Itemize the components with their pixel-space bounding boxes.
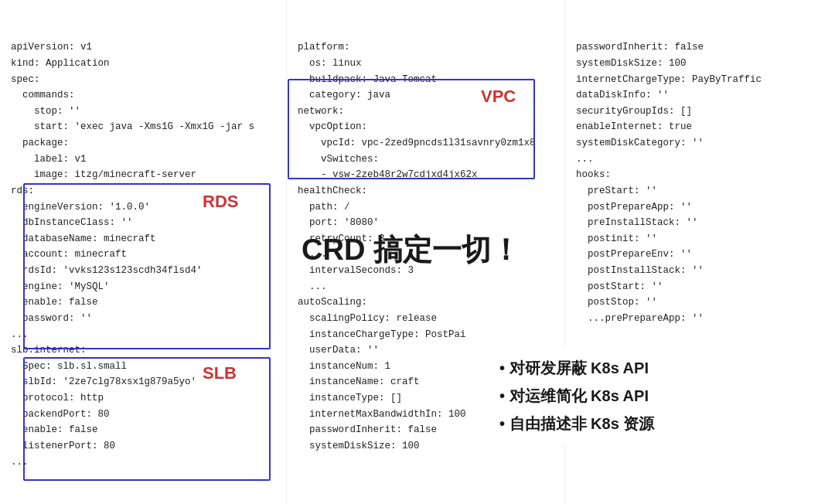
rds-label: RDS [203,192,238,212]
code-panel: apiVersion: v1 kind: Application spec: c… [0,0,835,504]
bullet-box: 对研发屏蔽 K8s API对运维简化 K8s API自由描述非 K8s 资源 [486,346,668,445]
bullet-item: 对运维简化 K8s API [499,382,654,410]
bullet-item: 对研发屏蔽 K8s API [499,354,654,382]
headline: CRD 搞定一切！ [302,230,520,270]
col-right-content: passwordInherit: false systemDiskSize: 1… [576,39,824,326]
bullet-item: 自由描述非 K8s 资源 [499,410,654,438]
col-left-content: apiVersion: v1 kind: Application spec: c… [11,39,275,470]
vpc-label: VPC [481,87,516,107]
slb-label: SLB [203,363,237,383]
col-left: apiVersion: v1 kind: Application spec: c… [0,0,286,504]
